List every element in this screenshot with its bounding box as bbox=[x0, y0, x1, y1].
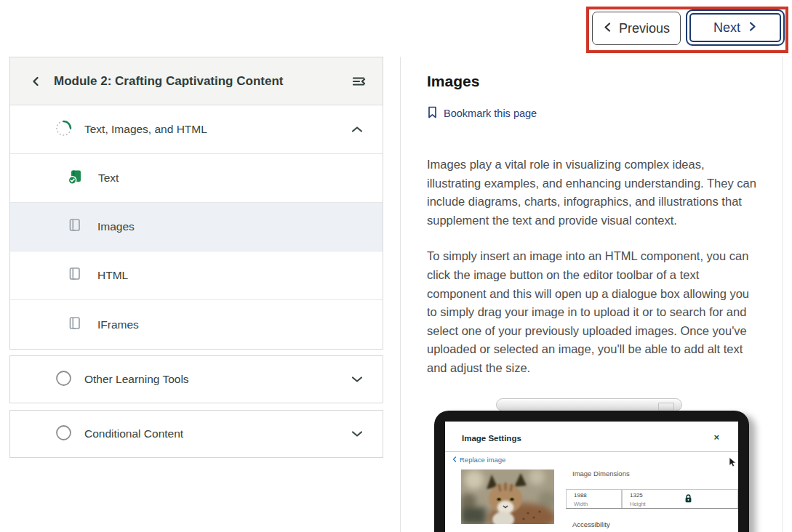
sidebar-section-other-learning-tools[interactable]: Other Learning Tools bbox=[10, 356, 383, 403]
chevron-right-icon bbox=[748, 20, 757, 36]
sidebar-item-images[interactable]: Images bbox=[10, 203, 383, 251]
image-settings-dialog-title: Image Settings bbox=[462, 434, 521, 443]
width-label: Width bbox=[574, 501, 621, 507]
lesson-content: Images Bookmark this page Images play a … bbox=[427, 73, 760, 532]
sidebar-item-label: Images bbox=[97, 220, 135, 233]
bookmark-icon bbox=[427, 106, 438, 121]
page-right-edge-line bbox=[782, 57, 783, 532]
close-icon: × bbox=[713, 432, 719, 443]
lynx-photo bbox=[461, 469, 554, 524]
lock-aspect-ratio-icon bbox=[684, 493, 693, 507]
sidebar-item-label: Text bbox=[98, 172, 119, 185]
section-label: Conditional Content bbox=[84, 427, 183, 440]
completed-book-icon bbox=[67, 169, 83, 188]
sidebar-section-text-images-html[interactable]: Text, Images, and HTML bbox=[10, 105, 383, 154]
width-value: 1988 bbox=[574, 492, 621, 499]
module-header: Module 2: Crafting Captivating Content bbox=[10, 57, 383, 105]
replace-image-link: Replace image bbox=[452, 456, 505, 464]
collapse-sidebar-button[interactable] bbox=[351, 74, 367, 89]
accessibility-label: Accessibility bbox=[572, 520, 610, 528]
progress-circle-icon bbox=[55, 120, 72, 140]
stylus-pencil-image bbox=[496, 398, 682, 411]
section-label: Other Learning Tools bbox=[84, 373, 189, 386]
sidebar-section-conditional-content[interactable]: Conditional Content bbox=[10, 411, 383, 457]
chevron-up-icon bbox=[351, 123, 363, 136]
not-started-circle-icon bbox=[55, 424, 72, 444]
sidebar-item-label: IFrames bbox=[97, 318, 139, 331]
tablet-screen: Image Settings × Replace image bbox=[445, 422, 738, 532]
dimension-fields-row: 1988 Width 1325 Height bbox=[566, 489, 738, 509]
chevron-left-icon bbox=[31, 76, 41, 87]
paragraph: Images play a vital role in visualizing … bbox=[427, 156, 760, 230]
book-icon bbox=[67, 315, 82, 334]
image-dimensions-label: Image Dimensions bbox=[572, 469, 630, 477]
module-nav-box: Module 2: Crafting Captivating Content T… bbox=[9, 57, 383, 350]
book-icon bbox=[67, 217, 82, 236]
height-field: 1325 Height bbox=[622, 489, 738, 508]
bookmark-this-page-link[interactable]: Bookmark this page bbox=[427, 106, 537, 121]
tablet-screenshot-figure: Image Settings × Replace image bbox=[427, 398, 760, 532]
course-navigation-sidebar: Module 2: Crafting Captivating Content T… bbox=[9, 57, 383, 458]
menu-fold-icon bbox=[351, 74, 367, 89]
bookmark-link-label: Bookmark this page bbox=[444, 108, 537, 119]
sidebar-content-divider bbox=[400, 57, 401, 532]
paragraph: To simply insert an image into an HTML c… bbox=[427, 247, 760, 377]
chevron-down-icon bbox=[351, 427, 363, 440]
sidebar-item-text[interactable]: Text bbox=[10, 154, 383, 203]
next-button-focus-ring: Next bbox=[686, 9, 785, 46]
conditional-content-box: Conditional Content bbox=[9, 410, 383, 458]
previous-button-label: Previous bbox=[619, 21, 670, 36]
dialog-divider bbox=[445, 451, 738, 452]
section-label: Text, Images, and HTML bbox=[84, 123, 207, 136]
next-button[interactable]: Next bbox=[689, 13, 781, 42]
chevron-left-icon bbox=[603, 21, 612, 36]
not-started-circle-icon bbox=[55, 370, 72, 390]
back-button[interactable] bbox=[31, 76, 41, 87]
page-title: Images bbox=[427, 73, 760, 90]
chevron-left-icon bbox=[452, 456, 457, 462]
chevron-down-icon bbox=[351, 373, 363, 386]
sidebar-item-label: HTML bbox=[97, 269, 128, 282]
tablet-device-frame: Image Settings × Replace image bbox=[434, 411, 749, 532]
book-icon bbox=[67, 266, 82, 285]
width-field: 1988 Width bbox=[566, 489, 622, 508]
previous-button[interactable]: Previous bbox=[592, 12, 681, 45]
module-title: Module 2: Crafting Captivating Content bbox=[54, 74, 351, 89]
lesson-body-text: Images play a vital role in visualizing … bbox=[427, 156, 760, 378]
sidebar-item-html[interactable]: HTML bbox=[10, 251, 383, 300]
other-learning-tools-box: Other Learning Tools bbox=[9, 355, 383, 403]
mouse-cursor-icon bbox=[729, 457, 737, 470]
next-button-label: Next bbox=[713, 20, 740, 36]
sidebar-item-iframes[interactable]: IFrames bbox=[10, 300, 383, 349]
